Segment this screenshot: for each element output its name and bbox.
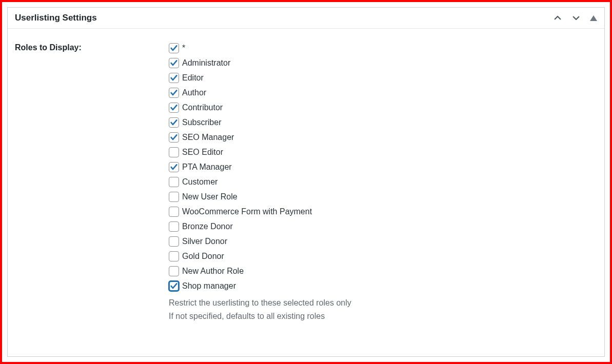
role-label: WooCommerce Form with Payment — [182, 206, 312, 218]
role-row-seo-editor: SEO Editor — [169, 146, 597, 158]
role-row-new-user-role: New User Role — [169, 191, 597, 203]
role-label: Shop manager — [182, 280, 236, 292]
checkbox-new-user-role[interactable] — [169, 192, 179, 202]
role-label: Author — [182, 87, 206, 99]
role-row-seo-manager: SEO Manager — [169, 131, 597, 144]
role-row-pta-manager: PTA Manager — [169, 161, 597, 173]
checkbox-seo-manager[interactable] — [169, 132, 179, 143]
roles-to-display-field: *AdministratorEditorAuthorContributorSub… — [169, 42, 597, 322]
role-row-editor: Editor — [169, 72, 597, 84]
role-row-star: * — [169, 42, 597, 54]
screenshot-frame: Userlisting Settings Roles to Display: *… — [0, 0, 612, 364]
checkbox-customer[interactable] — [169, 177, 179, 187]
role-label: PTA Manager — [182, 161, 232, 173]
checkbox-author[interactable] — [169, 88, 179, 98]
role-label: Contributor — [182, 102, 223, 114]
role-label: * — [182, 42, 185, 54]
role-label: SEO Manager — [182, 131, 234, 144]
role-row-subscriber: Subscriber — [169, 116, 597, 129]
role-label: New User Role — [182, 191, 238, 203]
roles-list: *AdministratorEditorAuthorContributorSub… — [169, 42, 597, 292]
role-row-shop-manager: Shop manager — [169, 280, 597, 292]
role-label: Subscriber — [182, 116, 221, 129]
checkbox-seo-editor[interactable] — [169, 147, 179, 157]
role-label: New Author Role — [182, 265, 244, 277]
panel-header: Userlisting Settings — [8, 8, 604, 29]
panel-controls — [553, 13, 597, 23]
role-label: Gold Donor — [182, 250, 224, 262]
role-row-bronze-donor: Bronze Donor — [169, 220, 597, 233]
role-label: Editor — [182, 72, 204, 84]
role-label: Customer — [182, 176, 218, 188]
checkbox-silver-donor[interactable] — [169, 236, 179, 247]
checkbox-bronze-donor[interactable] — [169, 221, 179, 232]
role-label: Bronze Donor — [182, 220, 233, 233]
panel-body: Roles to Display: *AdministratorEditorAu… — [8, 29, 604, 330]
checkbox-subscriber[interactable] — [169, 117, 179, 128]
role-row-silver-donor: Silver Donor — [169, 235, 597, 248]
chevron-down-icon[interactable] — [571, 13, 581, 23]
checkbox-gold-donor[interactable] — [169, 251, 179, 261]
help-text-line-2: If not specified, defaults to all existi… — [169, 310, 597, 323]
role-label: Silver Donor — [182, 235, 227, 248]
role-row-new-author-role: New Author Role — [169, 265, 597, 277]
field-help-text: Restrict the userlisting to these select… — [169, 296, 597, 322]
role-label: SEO Editor — [182, 146, 223, 158]
checkbox-woocommerce-form-with-payment[interactable] — [169, 207, 179, 217]
field-label-roles: Roles to Display: — [15, 42, 169, 322]
role-row-customer: Customer — [169, 176, 597, 188]
checkbox-contributor[interactable] — [169, 103, 179, 113]
checkbox-administrator[interactable] — [169, 58, 179, 68]
chevron-up-icon[interactable] — [553, 13, 562, 23]
role-row-author: Author — [169, 87, 597, 99]
checkbox-editor[interactable] — [169, 73, 179, 83]
checkbox-pta-manager[interactable] — [169, 162, 179, 172]
role-label: Administrator — [182, 57, 230, 69]
checkbox-shop-manager[interactable] — [169, 281, 179, 291]
role-row-gold-donor: Gold Donor — [169, 250, 597, 262]
role-row-contributor: Contributor — [169, 102, 597, 114]
checkbox-new-author-role[interactable] — [169, 266, 179, 276]
userlisting-settings-panel: Userlisting Settings Roles to Display: *… — [7, 7, 605, 357]
role-row-administrator: Administrator — [169, 57, 597, 69]
collapse-panel-icon[interactable] — [590, 15, 597, 21]
role-row-woocommerce-form-with-payment: WooCommerce Form with Payment — [169, 206, 597, 218]
help-text-line-1: Restrict the userlisting to these select… — [169, 296, 597, 310]
panel-title: Userlisting Settings — [15, 13, 97, 23]
checkbox-star[interactable] — [169, 43, 179, 53]
